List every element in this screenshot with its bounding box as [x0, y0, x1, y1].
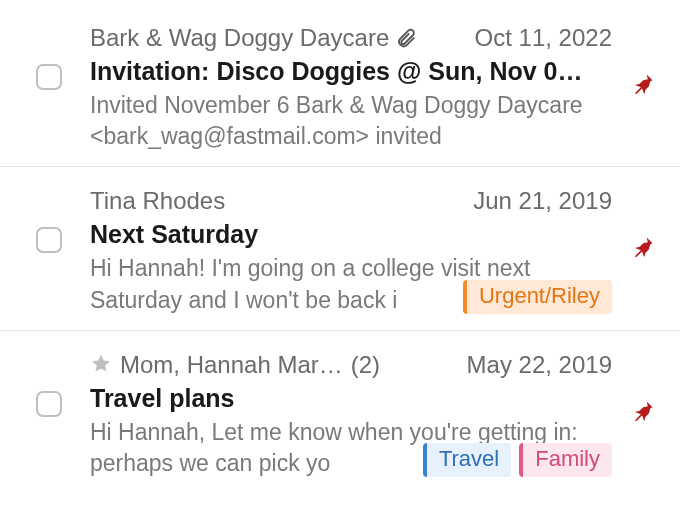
select-checkbox[interactable]: [36, 64, 62, 90]
select-checkbox[interactable]: [36, 227, 62, 253]
email-subject: Travel plans: [90, 384, 612, 413]
pin-icon[interactable]: [628, 398, 656, 426]
email-body: Mom, Hannah Mar… (2) May 22, 2019 Travel…: [90, 349, 656, 479]
email-row[interactable]: Mom, Hannah Mar… (2) May 22, 2019 Travel…: [0, 331, 680, 493]
email-preview-wrap: Hi Hannah! I'm going on a college visit …: [90, 253, 612, 315]
email-date: May 22, 2019: [467, 349, 612, 380]
email-top-line: Bark & Wag Doggy Daycare Oct 11, 2022: [90, 22, 612, 53]
email-preview-wrap: Hi Hannah, Let me know when you're getti…: [90, 417, 612, 479]
email-row[interactable]: Tina Rhodes Jun 21, 2019 Next Saturday H…: [0, 167, 680, 330]
pin-icon[interactable]: [628, 234, 656, 262]
tag-urgent-riley[interactable]: Urgent/Riley: [463, 280, 612, 314]
email-from: Mom, Hannah Mar…: [120, 349, 343, 380]
pin-icon[interactable]: [628, 71, 656, 99]
email-subject: Invitation: Disco Doggies @ Sun, Nov 0…: [90, 57, 612, 86]
email-body: Tina Rhodes Jun 21, 2019 Next Saturday H…: [90, 185, 656, 315]
email-date: Jun 21, 2019: [473, 185, 612, 216]
attachment-icon: [395, 27, 417, 49]
email-preview: Invited November 6 Bark & Wag Doggy Dayc…: [90, 90, 612, 152]
email-subject: Next Saturday: [90, 220, 612, 249]
email-row[interactable]: Bark & Wag Doggy Daycare Oct 11, 2022 In…: [0, 4, 680, 167]
select-checkbox[interactable]: [36, 391, 62, 417]
email-body: Bark & Wag Doggy Daycare Oct 11, 2022 In…: [90, 22, 656, 152]
email-top-line: Tina Rhodes Jun 21, 2019: [90, 185, 612, 216]
tag-group: Urgent/Riley: [457, 280, 612, 314]
email-count: (2): [351, 349, 380, 380]
email-from: Tina Rhodes: [90, 185, 225, 216]
email-top-line: Mom, Hannah Mar… (2) May 22, 2019: [90, 349, 612, 380]
email-list: Bark & Wag Doggy Daycare Oct 11, 2022 In…: [0, 0, 680, 493]
email-from: Bark & Wag Doggy Daycare: [90, 22, 389, 53]
tag-group: Travel Family: [417, 443, 612, 477]
email-date: Oct 11, 2022: [475, 22, 612, 53]
star-icon[interactable]: [90, 353, 112, 375]
email-preview-wrap: Invited November 6 Bark & Wag Doggy Dayc…: [90, 90, 612, 152]
tag-family[interactable]: Family: [519, 443, 612, 477]
tag-travel[interactable]: Travel: [423, 443, 511, 477]
